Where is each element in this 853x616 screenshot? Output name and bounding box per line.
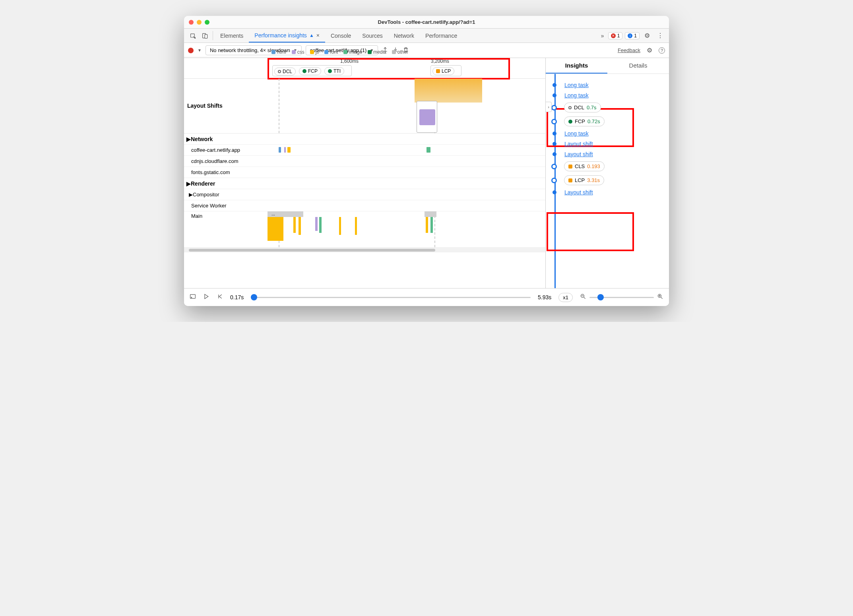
insight-item[interactable]: CLS 0.193: [553, 161, 664, 171]
titlebar: DevTools - coffee-cart.netlify.app/?ad=1: [184, 16, 669, 29]
insight-item[interactable]: LCP 3.31s: [553, 175, 664, 185]
network-row[interactable]: cdnjs.cloudflare.com: [184, 156, 545, 167]
request-bar[interactable]: [287, 147, 291, 153]
slider-thumb[interactable]: [251, 294, 257, 300]
insight-item[interactable]: Layout shift: [553, 189, 664, 196]
errors-badge[interactable]: ✕1: [608, 32, 623, 39]
metric-value: 0.193: [587, 163, 600, 169]
flame-graph[interactable]: ...: [268, 211, 545, 247]
task-bar[interactable]: [293, 217, 296, 233]
toggle-screenshot-icon[interactable]: [190, 293, 196, 301]
disclosure-icon: ▶: [186, 180, 191, 187]
insight-item[interactable]: Layout shift: [553, 141, 664, 147]
zoom-out-icon[interactable]: [580, 293, 586, 301]
tab-performance-insights[interactable]: Performance insights ▲ ×: [249, 29, 325, 43]
task-bar[interactable]: [268, 217, 283, 241]
kebab-menu-icon[interactable]: ⋮: [655, 32, 666, 39]
insight-item[interactable]: Layout shift: [553, 151, 664, 157]
messages-badge[interactable]: i1: [625, 32, 640, 39]
tab-insights[interactable]: Insights: [546, 58, 607, 74]
speed-pill[interactable]: x1: [558, 293, 573, 302]
close-window-icon[interactable]: [189, 20, 194, 25]
task-bar[interactable]: [319, 217, 322, 233]
metric-pill[interactable]: CLS 0.193: [564, 161, 605, 171]
close-tab-icon[interactable]: ×: [316, 32, 320, 39]
scrollbar-thumb[interactable]: [189, 249, 435, 252]
marker-lcp[interactable]: LCP: [432, 67, 454, 75]
request-bar[interactable]: [426, 147, 430, 153]
disclosure-icon: ▶: [189, 192, 193, 198]
request-bar[interactable]: [279, 147, 281, 153]
renderer-row[interactable]: Service Worker: [184, 200, 545, 211]
task-bar[interactable]: [425, 211, 436, 217]
horizontal-scrollbar[interactable]: [184, 248, 545, 252]
task-bar[interactable]: [430, 217, 433, 233]
time-cursor: [279, 79, 279, 133]
lane: [268, 156, 545, 167]
insight-link[interactable]: Long task: [564, 130, 589, 137]
play-button[interactable]: [203, 293, 209, 301]
marker-group-1[interactable]: 1,600ms DCLFCPTTI: [272, 65, 352, 76]
zoom-slider[interactable]: [580, 293, 663, 301]
insight-item[interactable]: Long task: [553, 82, 664, 88]
insight-link[interactable]: Long task: [564, 82, 589, 88]
metric-pill[interactable]: LCP 3.31s: [564, 175, 604, 185]
help-icon[interactable]: ?: [659, 47, 665, 54]
metric-value: 0.7s: [587, 105, 597, 110]
tab-sources[interactable]: Sources: [357, 29, 388, 43]
renderer-section-header[interactable]: ▶Renderer: [184, 178, 545, 189]
metric-pill[interactable]: DCL 0.7s: [564, 103, 601, 112]
zoom-window-icon[interactable]: [205, 20, 209, 25]
marker-group-2[interactable]: 3,200ms LCP: [430, 65, 461, 76]
metric-value: 3.31s: [587, 177, 600, 183]
settings-gear-icon[interactable]: ⚙: [647, 46, 652, 54]
insight-link[interactable]: Layout shift: [564, 141, 593, 147]
insight-item[interactable]: DCL 0.7s: [553, 103, 664, 112]
insight-item[interactable]: Long task: [553, 130, 664, 137]
settings-icon[interactable]: ⚙: [642, 32, 652, 39]
insight-link[interactable]: Long task: [564, 92, 589, 99]
zoom-track[interactable]: [589, 297, 654, 298]
insight-item[interactable]: Long task: [553, 92, 664, 99]
zoom-in-icon[interactable]: [657, 293, 663, 301]
marker-fcp[interactable]: FCP: [299, 67, 321, 75]
inspect-element-icon[interactable]: [187, 29, 199, 43]
feedback-link[interactable]: Feedback: [618, 47, 640, 53]
tab-network[interactable]: Network: [388, 29, 420, 43]
tab-console[interactable]: Console: [325, 29, 357, 43]
collapse-sidebar-icon[interactable]: ›: [545, 102, 552, 112]
tab-elements[interactable]: Elements: [215, 29, 249, 43]
jump-start-icon[interactable]: [217, 293, 223, 301]
insights-list[interactable]: Long task Long task DCL 0.7s FCP 0.72s L…: [546, 74, 669, 288]
network-row[interactable]: coffee-cart.netlify.app: [184, 145, 545, 156]
tab-details[interactable]: Details: [607, 58, 669, 74]
time-slider[interactable]: [251, 297, 531, 298]
metric-pill[interactable]: FCP 0.72s: [564, 116, 605, 126]
task-bar[interactable]: [355, 217, 357, 235]
marker-dcl[interactable]: DCL: [274, 68, 296, 76]
screenshot-thumbnail[interactable]: [417, 101, 437, 133]
insight-link[interactable]: Layout shift: [564, 189, 593, 196]
task-bar[interactable]: [339, 217, 341, 235]
network-row[interactable]: fonts.gstatic.com: [184, 167, 545, 178]
more-tabs-icon[interactable]: »: [599, 33, 606, 39]
tab-performance[interactable]: Performance: [420, 29, 463, 43]
marker-tti[interactable]: TTI: [324, 67, 344, 75]
device-toolbar-icon[interactable]: [199, 29, 211, 43]
main-thread-row[interactable]: Main ...: [184, 211, 545, 248]
minimize-window-icon[interactable]: [197, 20, 202, 25]
task-bar[interactable]: [315, 217, 318, 231]
renderer-row[interactable]: ▶Compositor: [184, 189, 545, 200]
lane: [268, 189, 545, 200]
slider-track[interactable]: [251, 297, 531, 298]
network-section-header[interactable]: ▶ Network: [184, 134, 545, 145]
task-bar[interactable]: [299, 217, 301, 235]
layout-shifts-track[interactable]: Layout Shifts: [184, 79, 545, 134]
zoom-thumb[interactable]: [597, 294, 604, 300]
end-time: 5.93s: [538, 294, 551, 300]
task-bar[interactable]: [426, 217, 428, 233]
insight-link[interactable]: Layout shift: [564, 151, 593, 157]
request-bar[interactable]: [284, 147, 286, 153]
insight-item[interactable]: FCP 0.72s: [553, 116, 664, 126]
green-dot-icon: [302, 69, 306, 73]
